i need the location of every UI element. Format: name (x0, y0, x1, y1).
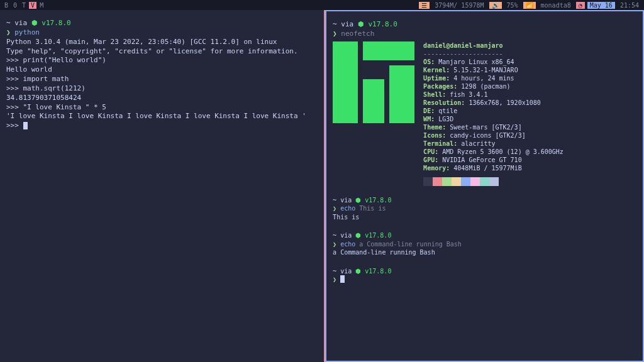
top-bar: B0TVM ☰ 3794M/ 15978M 🔊 75% 📶 monadta8 ◔… (0, 0, 644, 10)
cursor-icon (23, 122, 28, 129)
terminal-line: >>> import math (6, 75, 318, 84)
manjaro-logo (333, 41, 414, 123)
workspace-tag[interactable]: B (3, 2, 10, 9)
terminal-line: Type "help", "copyright", "credits" or "… (6, 47, 318, 57)
workspace-tag[interactable]: 0 (11, 2, 19, 9)
color-swatch (452, 177, 461, 186)
sysinfo-row: WM: LG3D (423, 115, 564, 123)
terminal-line: >>> math.sqrt(1212) (6, 84, 318, 94)
terminal-line: This is (333, 213, 636, 222)
sysinfo-row: Memory: 4048MiB / 15977MiB (423, 164, 564, 172)
sysinfo-row: OS: Manjaro Linux x86_64 (423, 58, 564, 66)
color-swatch (423, 177, 433, 186)
prompt-line: ~ via ⬢ v17.8.0 (333, 196, 636, 205)
sysinfo-row: Uptime: 4 hours, 24 mins (423, 74, 564, 82)
color-swatch (480, 177, 489, 186)
terminal-line: >>> print("Hello world") (6, 56, 318, 65)
wifi-status: monadta8 (538, 2, 574, 9)
wifi-icon: 📶 (523, 2, 536, 9)
terminal-line: a Command-line running Bash (333, 248, 636, 257)
status-right: ☰ 3794M/ 15978M 🔊 75% 📶 monadta8 ◔ May 1… (419, 2, 641, 9)
sysinfo-row: Kernel: 5.15.32-1-MANJARO (423, 66, 564, 74)
color-swatches (423, 177, 636, 186)
sysinfo-row: GPU: NVIDIA GeForce GT 710 (423, 156, 564, 164)
user-host: daniel@daniel-manjaro (423, 42, 502, 49)
sysinfo-row: Shell: fish 3.4.1 (423, 90, 564, 99)
cursor-icon (340, 275, 345, 283)
prompt-line: ~ via ⬢ v17.8.0 (333, 267, 636, 276)
terminal-line: Python 3.10.4 (main, Mar 23 2022, 23:05:… (6, 38, 318, 47)
mem-icon: ☰ (419, 2, 430, 9)
terminal-line: 'I love Kinsta I love Kinsta I love Kins… (6, 112, 318, 121)
terminal-left[interactable]: ~ via ⬢ v17.8.0 ❯ python Python 3.10.4 (… (0, 10, 325, 362)
prompt-line: ~ via ⬢ v17.8.0 (333, 20, 636, 30)
os-icon: ◔ (576, 2, 585, 9)
date-status: May 16 (587, 2, 615, 9)
color-swatch (470, 177, 480, 186)
workspace-list: B0TVM (3, 2, 65, 9)
workspace-tag[interactable]: T (20, 2, 28, 9)
command-line: ❯ echo This is (333, 204, 636, 213)
terminal-line: >>> "I love Kinsta " * 5 (6, 103, 318, 112)
terminal-line: >>> (6, 121, 318, 131)
terminal-line: 34.813790371058424 (6, 94, 318, 103)
color-swatch (461, 177, 470, 186)
sysinfo-row: DE: qtile (423, 107, 564, 115)
sysinfo-row: Icons: candy-icons [GTK2/3] (423, 131, 564, 140)
sysinfo-row: Terminal: alacritty (423, 140, 564, 148)
sysinfo-row: CPU: AMD Ryzen 5 3600 (12) @ 3.600GHz (423, 148, 564, 156)
sysinfo-row: Packages: 1298 (pacman) (423, 82, 564, 90)
color-swatch (489, 177, 499, 186)
terminal-right[interactable]: ~ via ⬢ v17.8.0 ❯ neofetch daniel@daniel… (325, 10, 644, 362)
prompt-line: ~ via ⬢ v17.8.0 (333, 231, 636, 240)
command-line: ❯ echo a Command-line running Bash (333, 240, 636, 249)
sysinfo-row: Resolution: 1366x768, 1920x1080 (423, 99, 564, 107)
time-status: 21:54 (618, 2, 641, 9)
neofetch-output: daniel@daniel-manjaro ------------------… (333, 41, 636, 172)
sysinfo: daniel@daniel-manjaro ------------------… (423, 41, 564, 172)
color-swatch (433, 177, 442, 186)
cursor-line[interactable]: ❯ (333, 275, 636, 284)
mem-status: 3794M/ 15978M (432, 2, 486, 9)
command-line: ❯ neofetch (333, 30, 636, 39)
tiling-panes: ~ via ⬢ v17.8.0 ❯ python Python 3.10.4 (… (0, 10, 644, 362)
divider: --------------------- (423, 50, 564, 58)
prompt-line: ~ via ⬢ v17.8.0 (6, 19, 318, 28)
workspace-tag[interactable]: V (29, 2, 36, 9)
command-line: ❯ python (6, 28, 318, 38)
color-swatch (442, 177, 452, 186)
sysinfo-row: Theme: Sweet-mars [GTK2/3] (423, 123, 564, 131)
terminal-line: Hello world (6, 65, 318, 75)
vol-icon: 🔊 (489, 2, 502, 9)
workspace-tag[interactable]: M (38, 2, 45, 9)
vol-status: 75% (504, 2, 521, 9)
